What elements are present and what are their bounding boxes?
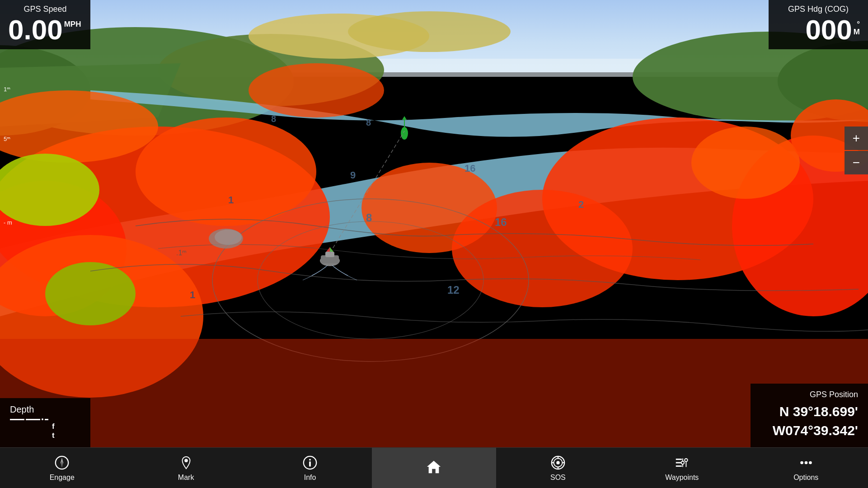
scale-indicator-m: - m	[4, 219, 12, 226]
scale-indicator-5m: 5ᵐ	[4, 136, 10, 142]
nav-item-engage[interactable]: Engage	[0, 448, 124, 488]
compass-icon	[54, 455, 70, 471]
gps-hdg-value: 000 ° M	[777, 16, 860, 44]
depth-widget: Depth f t	[0, 398, 90, 447]
home-icon	[426, 459, 442, 475]
svg-point-9	[348, 11, 511, 52]
svg-text:8: 8	[271, 114, 276, 124]
svg-point-64	[556, 461, 560, 465]
gps-hdg-title: GPS Hdg (COG)	[777, 5, 860, 14]
gps-position-widget: GPS Position N 39°18.699' W074°39.342'	[751, 384, 868, 447]
gps-position-lat: N 39°18.699'	[760, 402, 858, 421]
info-icon	[302, 455, 318, 471]
gps-speed-value: 0.00 MPH	[8, 16, 82, 44]
svg-text:2: 2	[578, 199, 584, 210]
waypoints-icon	[674, 455, 690, 471]
svg-text:8: 8	[366, 117, 371, 127]
nav-label-options: Options	[793, 474, 818, 482]
gps-speed-unit: MPH	[64, 20, 81, 28]
svg-point-12	[136, 117, 316, 226]
svg-rect-56	[309, 461, 311, 466]
gps-hdg-unit: ° M	[854, 20, 860, 36]
svg-marker-57	[427, 460, 441, 473]
scale-indicator-1m: 1ᵐ	[4, 86, 10, 93]
svg-point-19	[45, 262, 136, 325]
dots-icon	[798, 455, 814, 471]
gps-speed-title: GPS Speed	[8, 5, 82, 14]
nav-item-waypoints[interactable]: Waypoints	[620, 448, 744, 488]
map-view[interactable]: 1 1 .1ᵐ 9 8 16 16 12 2 8 8	[0, 0, 868, 447]
depth-title: Depth	[10, 404, 80, 415]
svg-point-71	[685, 459, 688, 462]
svg-point-21	[452, 190, 633, 307]
svg-point-72	[800, 461, 803, 464]
nav-label-engage: Engage	[50, 474, 75, 482]
svg-text:1: 1	[228, 194, 234, 206]
svg-rect-26	[0, 339, 868, 447]
gps-position-lon: W074°39.342'	[760, 421, 858, 440]
svg-text:8: 8	[366, 211, 372, 224]
nav-label-info: Info	[304, 474, 316, 482]
depth-unit: f t	[52, 422, 55, 440]
nav-item-sos[interactable]: SOS	[496, 448, 620, 488]
svg-point-17	[249, 63, 384, 117]
nav-item-mark[interactable]: Mark	[124, 448, 248, 488]
depth-value-display	[10, 418, 48, 420]
zoom-in-button[interactable]: +	[845, 127, 868, 150]
svg-text:1: 1	[190, 289, 195, 300]
nav-item-info[interactable]: Info	[248, 448, 372, 488]
gps-position-title: GPS Position	[760, 390, 858, 399]
nav-item-options[interactable]: Options	[744, 448, 868, 488]
nav-bar: Engage Mark Info	[0, 447, 868, 488]
svg-point-74	[809, 461, 812, 464]
gps-hdg-widget: GPS Hdg (COG) 000 ° M	[769, 0, 868, 49]
svg-point-55	[309, 459, 311, 460]
svg-text:9: 9	[350, 169, 356, 181]
svg-text:12: 12	[447, 284, 460, 296]
zoom-controls: + −	[845, 127, 868, 174]
nav-label-mark: Mark	[178, 474, 194, 482]
svg-point-70	[681, 461, 685, 464]
pin-icon	[178, 455, 194, 471]
svg-text:.1ᵐ: .1ᵐ	[176, 249, 187, 257]
gps-speed-widget: GPS Speed 0.00 MPH	[0, 0, 90, 49]
svg-point-43	[401, 127, 408, 140]
svg-point-53	[184, 459, 188, 462]
svg-point-73	[804, 461, 807, 464]
zoom-out-button[interactable]: −	[845, 151, 868, 174]
nav-label-waypoints: Waypoints	[665, 474, 699, 482]
svg-point-22	[691, 127, 800, 199]
svg-text:16: 16	[464, 163, 475, 174]
sos-icon	[550, 455, 566, 471]
svg-point-48	[215, 230, 242, 245]
nav-label-sos: SOS	[550, 474, 566, 482]
svg-text:16: 16	[495, 216, 507, 228]
nav-item-home[interactable]	[372, 448, 496, 488]
svg-marker-45	[402, 116, 407, 120]
